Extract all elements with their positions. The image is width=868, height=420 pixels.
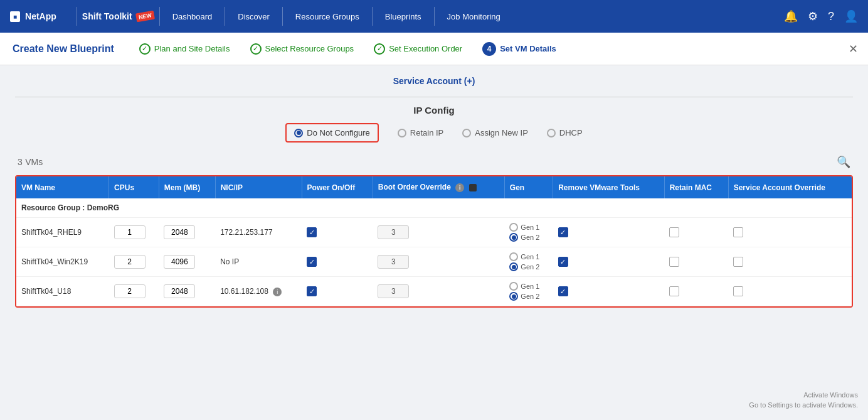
vm-mem-1[interactable] xyxy=(159,218,215,247)
notification-icon[interactable]: 🔔 xyxy=(784,9,798,23)
power-checkbox-3[interactable]: ✓ xyxy=(307,286,317,296)
power-checkbox-2[interactable]: ✓ xyxy=(307,257,317,267)
windows-activation-watermark: Activate Windows Go to Settings to activ… xyxy=(749,390,858,410)
nav-resource-groups[interactable]: Resource Groups xyxy=(288,0,367,33)
vm-remove-vmware-2[interactable]: ✓ xyxy=(553,247,665,277)
gen1-radio-3[interactable] xyxy=(509,282,518,291)
vm-gen-2[interactable]: Gen 1 Gen 2 xyxy=(504,247,553,277)
vm-name-1: ShiftTk04_RHEL9 xyxy=(16,218,109,247)
service-override-checkbox-1[interactable] xyxy=(733,227,743,237)
vm-mem-3[interactable] xyxy=(159,277,215,306)
vm-cpus-3[interactable] xyxy=(109,277,159,306)
gen2-radio-1[interactable] xyxy=(509,233,518,242)
gen2-radio-3[interactable] xyxy=(509,292,518,301)
col-mem-mb: Mem (MB) xyxy=(159,176,215,198)
table-row: ShiftTk04_U18 10.61.182.108 i ✓ xyxy=(16,277,852,306)
power-checkbox-1[interactable]: ✓ xyxy=(307,227,317,237)
service-account-button[interactable]: Service Account (+) xyxy=(393,76,475,86)
radio-dhcp[interactable] xyxy=(547,129,556,137)
vm-retain-mac-1[interactable] xyxy=(664,218,728,247)
col-remove-vmware-tools: Remove VMware Tools xyxy=(553,176,665,198)
ip-option-dhcp[interactable]: DHCP xyxy=(547,128,583,137)
mem-input-3[interactable] xyxy=(164,284,195,298)
ip-label-do-not-configure: Do Not Configure xyxy=(307,128,369,137)
gen1-radio-1[interactable] xyxy=(509,223,518,232)
gen1-radio-2[interactable] xyxy=(509,252,518,261)
service-override-checkbox-3[interactable] xyxy=(733,286,743,296)
nav-job-monitoring[interactable]: Job Monitoring xyxy=(440,0,508,33)
help-icon[interactable]: ? xyxy=(828,10,834,23)
main-content: Service Account (+) IP Config Do Not Con… xyxy=(0,65,868,420)
col-power-on-off: Power On/Off xyxy=(302,176,373,198)
mem-input-1[interactable] xyxy=(164,225,195,239)
wizard-header: Create New Blueprint ✓ Plan and Site Det… xyxy=(0,33,868,65)
ip-option-assign-new-ip[interactable]: Assign New IP xyxy=(462,128,528,137)
nav-divider-3 xyxy=(225,7,225,26)
table-header-row: VM Name CPUs Mem (MB) NIC/IP Power On/Of… xyxy=(16,176,852,198)
gear-icon[interactable]: ⚙ xyxy=(808,9,818,23)
col-boot-order: Boot Order Override i xyxy=(373,176,504,198)
retain-mac-checkbox-1[interactable] xyxy=(669,227,679,237)
col-nic-ip: NIC/IP xyxy=(215,176,302,198)
vm-cpus-1[interactable] xyxy=(109,218,159,247)
close-icon[interactable]: ✕ xyxy=(849,42,858,56)
mem-input-2[interactable] xyxy=(164,255,195,269)
cpus-input-3[interactable] xyxy=(114,284,146,298)
vm-service-override-3[interactable] xyxy=(728,277,852,306)
gen1-option-2[interactable]: Gen 1 xyxy=(509,252,548,261)
gen2-option-3[interactable]: Gen 2 xyxy=(509,292,548,301)
vm-power-1[interactable]: ✓ xyxy=(302,218,373,247)
nav-discover[interactable]: Discover xyxy=(230,0,277,33)
boot-order-checkbox-header[interactable] xyxy=(469,184,477,191)
cpus-input-2[interactable] xyxy=(114,255,146,269)
wizard-step-2: ✓ Select Resource Groups xyxy=(250,43,354,55)
cpus-input-1[interactable] xyxy=(114,225,146,239)
vm-service-override-2[interactable] xyxy=(728,247,852,277)
step-3-label: Set Execution Order xyxy=(389,44,462,53)
gen1-option-3[interactable]: Gen 1 xyxy=(509,282,548,291)
remove-vmware-checkbox-3[interactable]: ✓ xyxy=(558,286,568,296)
service-account-section: Service Account (+) xyxy=(15,75,853,87)
vm-boot-3[interactable]: 3 xyxy=(373,277,504,306)
vm-retain-mac-3[interactable] xyxy=(664,277,728,306)
watermark-line1: Activate Windows xyxy=(749,390,858,400)
vm-mem-2[interactable] xyxy=(159,247,215,277)
boot-order-display-3: 3 xyxy=(378,284,409,298)
radio-assign-new-ip[interactable] xyxy=(462,129,471,137)
vm-retain-mac-2[interactable] xyxy=(664,247,728,277)
vm-gen-3[interactable]: Gen 1 Gen 2 xyxy=(504,277,553,306)
search-icon[interactable]: 🔍 xyxy=(837,155,850,169)
nav-dashboard[interactable]: Dashboard xyxy=(165,0,220,33)
service-override-checkbox-2[interactable] xyxy=(733,257,743,267)
vm-cpus-2[interactable] xyxy=(109,247,159,277)
ip-option-retain-ip[interactable]: Retain IP xyxy=(398,128,443,137)
gen1-option-1[interactable]: Gen 1 xyxy=(509,223,548,232)
remove-vmware-checkbox-2[interactable]: ✓ xyxy=(558,257,568,267)
radio-retain-ip[interactable] xyxy=(398,129,406,137)
retain-mac-checkbox-2[interactable] xyxy=(669,257,679,267)
user-icon[interactable]: 👤 xyxy=(844,9,858,23)
nic-info-icon-3: i xyxy=(273,288,282,296)
step-2-label: Select Resource Groups xyxy=(265,44,354,53)
radio-do-not-configure[interactable] xyxy=(294,129,303,137)
vm-gen-1[interactable]: Gen 1 Gen 2 xyxy=(504,218,553,247)
retain-mac-checkbox-3[interactable] xyxy=(669,286,679,296)
vm-power-2[interactable]: ✓ xyxy=(302,247,373,277)
ip-option-do-not-configure[interactable]: Do Not Configure xyxy=(285,123,378,143)
gen2-radio-2[interactable] xyxy=(509,262,518,271)
vm-nic-ip-3: 10.61.182.108 i xyxy=(215,277,302,306)
boot-order-display-1: 3 xyxy=(378,225,409,239)
col-gen: Gen xyxy=(504,176,553,198)
ip-config-options: Do Not Configure Retain IP Assign New IP… xyxy=(15,123,853,143)
vm-service-override-1[interactable] xyxy=(728,218,852,247)
vm-boot-1[interactable]: 3 xyxy=(373,218,504,247)
vm-remove-vmware-3[interactable]: ✓ xyxy=(553,277,665,306)
gen2-option-2[interactable]: Gen 2 xyxy=(509,262,548,271)
vm-remove-vmware-1[interactable]: ✓ xyxy=(553,218,665,247)
nav-blueprints[interactable]: Blueprints xyxy=(378,0,429,33)
col-cpus: CPUs xyxy=(109,176,159,198)
vm-power-3[interactable]: ✓ xyxy=(302,277,373,306)
vm-boot-2[interactable]: 3 xyxy=(373,247,504,277)
remove-vmware-checkbox-1[interactable]: ✓ xyxy=(558,227,568,237)
gen2-option-1[interactable]: Gen 2 xyxy=(509,233,548,242)
